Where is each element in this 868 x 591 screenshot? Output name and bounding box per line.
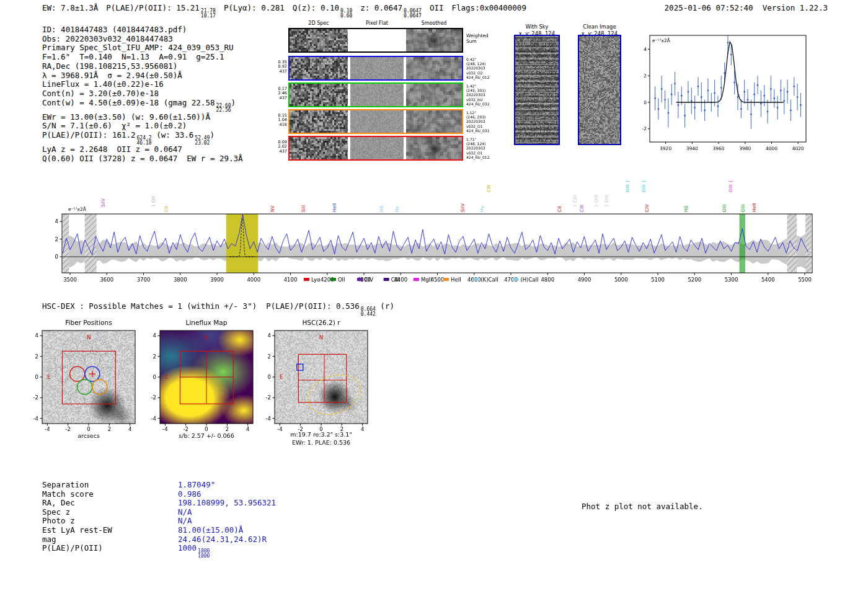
stacked-fraction: 52.4923.02: [195, 136, 210, 145]
line-marker-label: SiIV: [100, 198, 106, 207]
hsc-panel-title: HSC(26.2) r: [275, 319, 368, 326]
data-point: [737, 96, 739, 98]
x-tick-label: 0: [205, 426, 208, 432]
stacked-fraction: 624.246.18: [137, 136, 152, 145]
info-line: F=1.6" T=0.140 N=1.13 A=0.91 g=25.1: [42, 53, 243, 62]
y-tick-label: 2: [153, 353, 156, 360]
stamp-smoothed-image: [406, 84, 462, 106]
data-point: [743, 91, 745, 93]
text-segment: 1000: [178, 543, 197, 553]
stacked-fraction: 22.6022.56: [216, 104, 231, 113]
table-row-value: 24.46(24.31,24.62)R: [178, 535, 267, 544]
table-row-value: N/A: [178, 516, 192, 525]
stamp-row-right-label: 1.71"(248, 124)20220303v032_O1424_RU_012: [466, 137, 498, 159]
stamp-row-right-label: 0.42"(248, 124)20220303v032_O2424_RU_012: [466, 57, 498, 79]
header-segment: P(LAE)/P(OII): 15.2121.7810.17: [106, 3, 216, 12]
stamp-smoothed-image: [406, 57, 462, 79]
data-point: [668, 112, 670, 114]
x-tick-label: 3960: [713, 146, 725, 151]
line-marker-label: OIII {: [641, 180, 647, 192]
stamp-row: [288, 136, 463, 161]
info-line: Obs: 20220303v032_4018447483: [42, 35, 243, 44]
legend-label: MgII: [421, 277, 432, 283]
stamp-right-line: (246, 293): [466, 115, 498, 119]
legend-label: CIV: [365, 277, 373, 283]
data-point: [720, 87, 722, 89]
y-tick-label: -4: [151, 415, 156, 422]
line-marker-label: OIII {: [625, 180, 631, 192]
stamp-row-right-label: WeightedSum: [466, 33, 498, 44]
table-row-label: Spec z: [42, 507, 70, 517]
legend-swatch: [414, 278, 419, 281]
text-segment: 24.46(24.31,24.62)R: [178, 535, 267, 544]
line-marker-label: SiII: [301, 205, 306, 212]
text-segment: LineFlux = 1.40(±0.22)e-16: [42, 79, 164, 89]
line-marker-label: HeII: [332, 203, 337, 212]
x-tick-label: 3800: [174, 277, 187, 283]
stamp-pixelflat-image: [350, 57, 404, 79]
y-tick-label: 0: [268, 374, 271, 380]
stamp-row: [288, 109, 463, 134]
line-marker-label: } OIII: [604, 195, 609, 207]
data-point: [797, 96, 799, 98]
clean-image: [578, 35, 621, 145]
stamp-right-line: Sum: [466, 38, 498, 44]
line-marker-label: HeII: [751, 203, 757, 212]
stamp-right-line: v032_O2: [466, 71, 498, 75]
text-segment: 0.986: [178, 489, 202, 499]
detected-line-band: [226, 214, 259, 273]
y-tick-label: -2: [33, 394, 38, 401]
y-tick-label: -4: [266, 415, 271, 422]
text-segment: 1.87049": [178, 480, 215, 489]
line-marker-label: OIII: [740, 204, 746, 212]
text-segment: 81.00(±15.00)Å: [178, 525, 243, 535]
x-tick-label: -4: [162, 426, 167, 432]
stamp-right-line: v032_RU: [466, 97, 498, 102]
spectrum-line: [63, 215, 808, 256]
stacked-fraction: 10001000: [198, 549, 210, 558]
stamp-right-line: 1.12": [466, 110, 498, 115]
stamp-row-right-label: 1.42"(245, 301)20220303v032_RU424_RU_032: [466, 84, 498, 106]
x-tick-label: 4300: [357, 277, 371, 283]
col-title-smoothed: Smoothed: [406, 20, 462, 26]
stamp-left-line: 418: [273, 123, 287, 127]
fiber-panel-title: Fiber Positions: [42, 319, 135, 326]
x-tick-label: 4900: [578, 277, 591, 283]
clean-title: Clean Image: [562, 24, 637, 30]
table-row-label: Photo z: [42, 516, 75, 525]
data-point: [658, 108, 660, 110]
text-segment: HSC-DEX : Possible Matches = 1 (within +…: [42, 301, 360, 311]
stacked-fraction: 0.06470.0647: [404, 9, 422, 18]
data-point: [793, 86, 795, 87]
y-tick-label: 0: [644, 100, 647, 105]
data-point: [664, 99, 666, 100]
x-tick-label: 4200: [321, 277, 334, 283]
table-row-value: 100010001000: [178, 543, 210, 558]
text-segment: P(LAE)/P(OII): 15.21: [106, 3, 200, 12]
data-point: [747, 99, 749, 100]
y-tick-label: 4: [153, 332, 156, 339]
data-point: [757, 84, 759, 86]
data-point: [711, 102, 712, 104]
text-segment: EW: 7.8±1.3Å: [42, 3, 98, 12]
table-row-label: RA, Dec: [42, 498, 75, 507]
data-point: [750, 113, 752, 115]
stamp-right-line: 1.71": [466, 137, 498, 141]
data-point: [740, 108, 742, 110]
stamp-right-line: v032_O1: [466, 124, 498, 128]
stamp-right-line: 424_RU_012: [466, 75, 498, 79]
header-segment: P(Lyα): 0.281: [224, 3, 285, 12]
line-marker-label: NV: [270, 205, 275, 212]
x-tick-label: 2: [226, 426, 229, 432]
lineflux-map-image: [160, 331, 253, 424]
x-tick-label: 5400: [761, 277, 775, 283]
info-line: Primary Spec_Slot_IFU_AMP: 424_039_053_R…: [42, 43, 243, 53]
x-tick-label: 4700: [504, 277, 518, 283]
x-tick-label: 5500: [798, 277, 812, 283]
y-tick-label: 0: [153, 374, 156, 380]
stamp-right-line: (248, 124): [466, 61, 498, 66]
info-line: S/N = 7.1(±0.6) χ² = 1.0(±0.2): [42, 122, 243, 131]
y-tick-label: 2: [268, 353, 271, 360]
data-point: [730, 54, 732, 56]
text-segment: z: 0.0647: [360, 3, 402, 12]
